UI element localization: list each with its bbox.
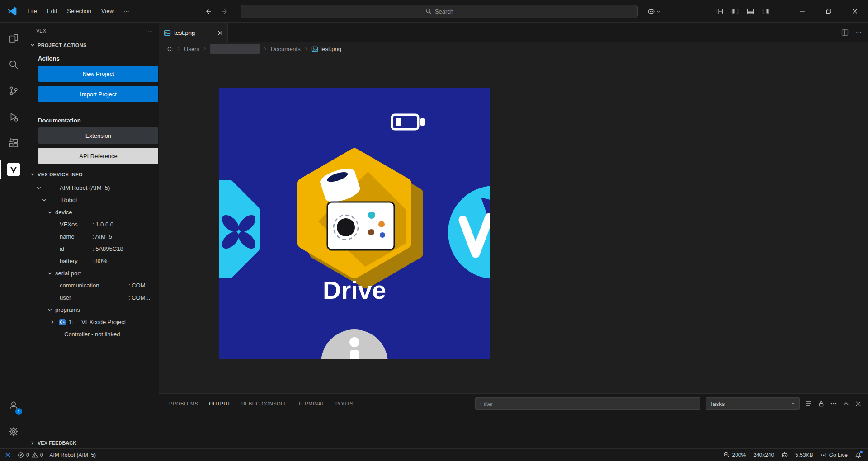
new-project-button[interactable]: New Project xyxy=(38,66,158,82)
sidebar-item-source-control[interactable] xyxy=(0,78,27,104)
remote-indicator[interactable] xyxy=(5,452,11,458)
more-actions-icon[interactable]: ⋯ xyxy=(856,29,862,36)
forward-icon[interactable] xyxy=(222,8,229,15)
customize-layout-icon[interactable] xyxy=(716,8,723,15)
notification-dot xyxy=(860,451,863,453)
close-tab-icon[interactable] xyxy=(217,30,223,36)
chevron-down-icon xyxy=(790,401,796,406)
tab-test-png[interactable]: test.png xyxy=(159,23,228,42)
output-filter-input[interactable] xyxy=(475,397,700,410)
zoom-control[interactable]: 200% xyxy=(723,452,746,458)
breadcrumb-file[interactable]: test.png xyxy=(311,46,341,52)
chevron-right-icon xyxy=(303,46,309,52)
close-panel-icon[interactable] xyxy=(855,400,862,407)
go-live-label: Go Live xyxy=(829,452,848,458)
sidebar-item-vex[interactable] xyxy=(0,156,27,183)
tree-item-serial-port[interactable]: serial port xyxy=(27,267,159,279)
breadcrumb-drive[interactable]: C: xyxy=(167,46,173,52)
toggle-panel-icon[interactable] xyxy=(747,8,754,15)
tab-output[interactable]: OUTPUT xyxy=(209,394,231,414)
actions-heading: Actions xyxy=(38,55,159,62)
tree-item-robot-root[interactable]: AIM Robot (AIM_5) xyxy=(27,182,159,194)
sidebar-item-explorer[interactable] xyxy=(0,25,27,52)
tree-value: : COM... xyxy=(128,282,150,289)
section-project-actions[interactable]: PROJECT ACTIONS xyxy=(27,39,159,52)
tree-item-battery[interactable]: battery : 80% xyxy=(27,255,159,267)
error-count: 0 xyxy=(26,452,29,458)
restore-button[interactable] xyxy=(816,0,842,23)
output-channel-dropdown[interactable]: Tasks xyxy=(706,397,800,410)
section-device-info[interactable]: VEX DEVICE INFO xyxy=(27,168,159,181)
tree-item-vexos[interactable]: VEXos : 1.0.0.0 xyxy=(27,218,159,230)
tree-item-programs[interactable]: programs xyxy=(27,304,159,316)
sidebar-item-extensions[interactable] xyxy=(0,130,27,156)
extensions-icon xyxy=(9,138,19,148)
menu-file[interactable]: File xyxy=(23,5,42,17)
extension-docs-button[interactable]: Extension xyxy=(38,127,158,144)
file-size-value: 5.53KB xyxy=(795,452,813,458)
tab-problems[interactable]: PROBLEMS xyxy=(169,394,198,414)
search-input[interactable]: Search xyxy=(241,5,638,18)
split-editor-icon[interactable] xyxy=(841,29,849,36)
robot-status[interactable] xyxy=(781,452,788,458)
device-status[interactable]: AIM Robot (AIM_5) xyxy=(49,452,96,458)
tab-terminal[interactable]: TERMINAL xyxy=(298,394,325,414)
tree-value: : COM... xyxy=(128,294,150,301)
copilot-menu[interactable] xyxy=(647,0,660,23)
image-preview-pane[interactable]: Drive xyxy=(159,55,868,393)
tab-ports[interactable]: PORTS xyxy=(335,394,354,414)
search-view-icon xyxy=(9,60,19,70)
menu-more-icon[interactable]: ⋯ xyxy=(119,5,134,17)
output-views-icon[interactable] xyxy=(805,400,812,407)
image-file-icon xyxy=(164,29,171,37)
menu-selection[interactable]: Selection xyxy=(62,5,96,17)
go-live-button[interactable]: Go Live xyxy=(821,452,848,458)
vex-sidebar: VEX ⋯ PROJECT ACTIONS Actions New Projec… xyxy=(27,23,159,448)
tree-item-name[interactable]: name : AIM_5 xyxy=(27,230,159,243)
maximize-panel-icon[interactable] xyxy=(843,400,849,407)
warning-count: 0 xyxy=(40,452,43,458)
toggle-primary-sidebar-icon[interactable] xyxy=(731,8,739,15)
section-vex-feedback[interactable]: VEX FEEDBACK xyxy=(27,437,159,448)
toggle-secondary-sidebar-icon[interactable] xyxy=(762,8,769,15)
tree-item-communication[interactable]: communication : COM... xyxy=(27,279,159,292)
sidebar-item-settings[interactable] xyxy=(0,419,27,445)
sidebar-more-actions-icon[interactable]: ⋯ xyxy=(148,28,153,34)
tree-label: programs xyxy=(55,306,80,313)
breadcrumb-documents[interactable]: Documents xyxy=(271,46,301,52)
menu-edit[interactable]: Edit xyxy=(42,5,62,17)
tree-item-controller[interactable]: Controller - not linked xyxy=(27,328,159,340)
problems-status[interactable]: 0 0 xyxy=(18,452,43,458)
tree-label: user xyxy=(60,294,128,301)
breadcrumb-users[interactable]: Users xyxy=(184,46,199,52)
sidebar-item-account[interactable]: 1 xyxy=(0,392,27,419)
lock-icon[interactable] xyxy=(818,400,825,407)
api-reference-button[interactable]: API Reference xyxy=(38,148,158,164)
vscode-window: File Edit Selection View ⋯ Search xyxy=(0,0,868,461)
tree-item-device[interactable]: device xyxy=(27,206,159,218)
sidebar-header: VEX ⋯ xyxy=(27,23,159,39)
tree-item-program-1[interactable]: 1: VEXcode Project xyxy=(27,316,159,328)
bottom-panel: PROBLEMS OUTPUT DEBUG CONSOLE TERMINAL P… xyxy=(159,393,868,448)
broadcast-icon xyxy=(821,452,827,458)
menu-bar: File Edit Selection View ⋯ xyxy=(23,5,134,17)
tab-debug-console[interactable]: DEBUG CONSOLE xyxy=(241,394,287,414)
documentation-heading: Documentation xyxy=(38,117,159,124)
sidebar-item-run-debug[interactable] xyxy=(0,104,27,130)
notifications-button[interactable] xyxy=(855,452,862,458)
minimize-button[interactable] xyxy=(789,0,816,23)
back-icon[interactable] xyxy=(204,8,212,15)
status-left: 0 0 AIM Robot (AIM_5) xyxy=(0,452,96,458)
sidebar-item-search[interactable] xyxy=(0,52,27,78)
chevron-right-icon xyxy=(29,439,36,447)
breadcrumb-username-redacted[interactable] xyxy=(210,44,260,54)
import-project-button[interactable]: Import Project xyxy=(38,86,158,102)
menu-view[interactable]: View xyxy=(96,5,119,17)
tree-item-robot[interactable]: Robot xyxy=(27,194,159,206)
tree-item-user-port[interactable]: user : COM... xyxy=(27,292,159,304)
tree-item-id[interactable]: id : 5A895C18 xyxy=(27,243,159,255)
close-button[interactable] xyxy=(842,0,868,23)
tree-value: : 80% xyxy=(92,258,107,264)
chevron-right-icon xyxy=(202,46,208,52)
more-actions-icon[interactable] xyxy=(830,400,837,407)
